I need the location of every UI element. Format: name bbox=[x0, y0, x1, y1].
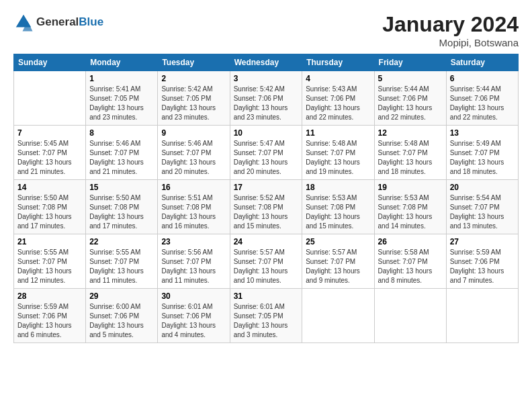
day-number: 8 bbox=[89, 128, 154, 138]
day-number: 15 bbox=[89, 183, 154, 192]
day-cell bbox=[374, 289, 446, 343]
day-number: 21 bbox=[17, 237, 82, 246]
day-cell: 2Sunrise: 5:42 AMSunset: 7:05 PMDaylight… bbox=[158, 71, 230, 126]
day-number: 14 bbox=[17, 183, 82, 192]
day-info: Sunrise: 5:50 AMSunset: 7:08 PMDaylight:… bbox=[89, 193, 154, 231]
day-cell: 18Sunrise: 5:53 AMSunset: 7:08 PMDayligh… bbox=[302, 180, 374, 234]
day-number: 11 bbox=[306, 128, 370, 138]
day-number: 27 bbox=[450, 237, 515, 246]
col-header-thursday: Thursday bbox=[302, 54, 374, 71]
day-info: Sunrise: 5:57 AMSunset: 7:07 PMDaylight:… bbox=[234, 248, 299, 285]
day-number: 9 bbox=[161, 128, 226, 138]
location: Mopipi, Botswana bbox=[382, 37, 519, 48]
day-info: Sunrise: 5:50 AMSunset: 7:08 PMDaylight:… bbox=[17, 193, 82, 231]
day-info: Sunrise: 5:47 AMSunset: 7:07 PMDaylight:… bbox=[234, 139, 299, 177]
month-year: January 2024 bbox=[382, 12, 519, 37]
day-number: 17 bbox=[234, 183, 299, 192]
day-number: 23 bbox=[161, 237, 226, 246]
day-info: Sunrise: 5:52 AMSunset: 7:08 PMDaylight:… bbox=[234, 193, 299, 231]
week-row-2: 7Sunrise: 5:45 AMSunset: 7:07 PMDaylight… bbox=[14, 126, 519, 180]
day-info: Sunrise: 5:45 AMSunset: 7:07 PMDaylight:… bbox=[17, 139, 82, 177]
day-number: 31 bbox=[234, 291, 299, 301]
title-block: January 2024 Mopipi, Botswana bbox=[382, 12, 519, 48]
week-row-5: 28Sunrise: 5:59 AMSunset: 7:06 PMDayligh… bbox=[14, 289, 519, 343]
calendar-header-row: SundayMondayTuesdayWednesdayThursdayFrid… bbox=[14, 54, 519, 71]
col-header-monday: Monday bbox=[86, 54, 158, 71]
day-info: Sunrise: 5:49 AMSunset: 7:07 PMDaylight:… bbox=[450, 139, 515, 177]
day-cell: 31Sunrise: 6:01 AMSunset: 7:05 PMDayligh… bbox=[230, 289, 302, 343]
day-number: 16 bbox=[161, 183, 226, 192]
logo: GeneralBlue bbox=[13, 12, 103, 32]
day-info: Sunrise: 5:54 AMSunset: 7:07 PMDaylight:… bbox=[450, 193, 515, 231]
day-info: Sunrise: 5:58 AMSunset: 7:07 PMDaylight:… bbox=[378, 248, 443, 285]
day-info: Sunrise: 5:56 AMSunset: 7:07 PMDaylight:… bbox=[161, 248, 226, 285]
day-cell: 9Sunrise: 5:46 AMSunset: 7:07 PMDaylight… bbox=[158, 126, 230, 180]
day-cell: 7Sunrise: 5:45 AMSunset: 7:07 PMDaylight… bbox=[14, 126, 86, 180]
day-number: 5 bbox=[378, 74, 443, 83]
day-cell bbox=[446, 289, 518, 343]
day-info: Sunrise: 5:59 AMSunset: 7:06 PMDaylight:… bbox=[450, 248, 515, 285]
day-info: Sunrise: 5:48 AMSunset: 7:07 PMDaylight:… bbox=[378, 139, 443, 177]
day-number: 22 bbox=[89, 237, 154, 246]
day-number: 18 bbox=[306, 183, 370, 192]
day-info: Sunrise: 5:55 AMSunset: 7:07 PMDaylight:… bbox=[17, 248, 82, 285]
day-number: 30 bbox=[161, 291, 226, 301]
day-cell: 13Sunrise: 5:49 AMSunset: 7:07 PMDayligh… bbox=[446, 126, 518, 180]
day-info: Sunrise: 5:48 AMSunset: 7:07 PMDaylight:… bbox=[306, 139, 370, 177]
day-cell: 3Sunrise: 5:42 AMSunset: 7:06 PMDaylight… bbox=[230, 71, 302, 126]
day-cell: 29Sunrise: 6:00 AMSunset: 7:06 PMDayligh… bbox=[86, 289, 158, 343]
week-row-1: 1Sunrise: 5:41 AMSunset: 7:05 PMDaylight… bbox=[14, 71, 519, 126]
day-cell: 5Sunrise: 5:44 AMSunset: 7:06 PMDaylight… bbox=[374, 71, 446, 126]
calendar-table: SundayMondayTuesdayWednesdayThursdayFrid… bbox=[13, 54, 519, 343]
col-header-friday: Friday bbox=[374, 54, 446, 71]
day-number: 25 bbox=[306, 237, 370, 246]
day-info: Sunrise: 5:55 AMSunset: 7:07 PMDaylight:… bbox=[89, 248, 154, 285]
day-cell: 15Sunrise: 5:50 AMSunset: 7:08 PMDayligh… bbox=[86, 180, 158, 234]
day-number: 28 bbox=[17, 291, 82, 301]
day-cell: 14Sunrise: 5:50 AMSunset: 7:08 PMDayligh… bbox=[14, 180, 86, 234]
day-info: Sunrise: 5:44 AMSunset: 7:06 PMDaylight:… bbox=[450, 85, 515, 122]
day-info: Sunrise: 6:01 AMSunset: 7:06 PMDaylight:… bbox=[161, 302, 226, 340]
day-cell: 6Sunrise: 5:44 AMSunset: 7:06 PMDaylight… bbox=[446, 71, 518, 126]
day-cell: 23Sunrise: 5:56 AMSunset: 7:07 PMDayligh… bbox=[158, 234, 230, 289]
day-cell: 21Sunrise: 5:55 AMSunset: 7:07 PMDayligh… bbox=[14, 234, 86, 289]
week-row-4: 21Sunrise: 5:55 AMSunset: 7:07 PMDayligh… bbox=[14, 234, 519, 289]
day-cell: 17Sunrise: 5:52 AMSunset: 7:08 PMDayligh… bbox=[230, 180, 302, 234]
day-number: 7 bbox=[17, 128, 82, 138]
page-container: GeneralBlue January 2024 Mopipi, Botswan… bbox=[0, 0, 532, 350]
day-cell: 20Sunrise: 5:54 AMSunset: 7:07 PMDayligh… bbox=[446, 180, 518, 234]
day-number: 20 bbox=[450, 183, 515, 192]
day-cell: 8Sunrise: 5:46 AMSunset: 7:07 PMDaylight… bbox=[86, 126, 158, 180]
day-cell: 10Sunrise: 5:47 AMSunset: 7:07 PMDayligh… bbox=[230, 126, 302, 180]
day-number: 1 bbox=[89, 74, 154, 83]
day-number: 13 bbox=[450, 128, 515, 138]
day-cell bbox=[14, 71, 86, 126]
day-number: 19 bbox=[378, 183, 443, 192]
col-header-wednesday: Wednesday bbox=[230, 54, 302, 71]
day-info: Sunrise: 5:53 AMSunset: 7:08 PMDaylight:… bbox=[378, 193, 443, 231]
header: GeneralBlue January 2024 Mopipi, Botswan… bbox=[13, 12, 519, 48]
day-cell: 30Sunrise: 6:01 AMSunset: 7:06 PMDayligh… bbox=[158, 289, 230, 343]
day-number: 24 bbox=[234, 237, 299, 246]
day-info: Sunrise: 5:41 AMSunset: 7:05 PMDaylight:… bbox=[89, 85, 154, 122]
day-info: Sunrise: 5:53 AMSunset: 7:08 PMDaylight:… bbox=[306, 193, 370, 231]
day-cell: 24Sunrise: 5:57 AMSunset: 7:07 PMDayligh… bbox=[230, 234, 302, 289]
day-info: Sunrise: 5:44 AMSunset: 7:06 PMDaylight:… bbox=[378, 85, 443, 122]
day-cell: 27Sunrise: 5:59 AMSunset: 7:06 PMDayligh… bbox=[446, 234, 518, 289]
day-info: Sunrise: 5:42 AMSunset: 7:05 PMDaylight:… bbox=[161, 85, 226, 122]
day-cell: 16Sunrise: 5:51 AMSunset: 7:08 PMDayligh… bbox=[158, 180, 230, 234]
logo-general: GeneralBlue bbox=[36, 15, 103, 29]
day-number: 29 bbox=[89, 291, 154, 301]
day-info: Sunrise: 5:42 AMSunset: 7:06 PMDaylight:… bbox=[234, 85, 299, 122]
day-number: 26 bbox=[378, 237, 443, 246]
day-info: Sunrise: 5:46 AMSunset: 7:07 PMDaylight:… bbox=[89, 139, 154, 177]
day-cell: 19Sunrise: 5:53 AMSunset: 7:08 PMDayligh… bbox=[374, 180, 446, 234]
col-header-tuesday: Tuesday bbox=[158, 54, 230, 71]
day-cell: 26Sunrise: 5:58 AMSunset: 7:07 PMDayligh… bbox=[374, 234, 446, 289]
day-info: Sunrise: 6:00 AMSunset: 7:06 PMDaylight:… bbox=[89, 302, 154, 340]
col-header-saturday: Saturday bbox=[446, 54, 518, 71]
day-cell: 28Sunrise: 5:59 AMSunset: 7:06 PMDayligh… bbox=[14, 289, 86, 343]
day-cell: 22Sunrise: 5:55 AMSunset: 7:07 PMDayligh… bbox=[86, 234, 158, 289]
col-header-sunday: Sunday bbox=[14, 54, 86, 71]
day-number: 10 bbox=[234, 128, 299, 138]
